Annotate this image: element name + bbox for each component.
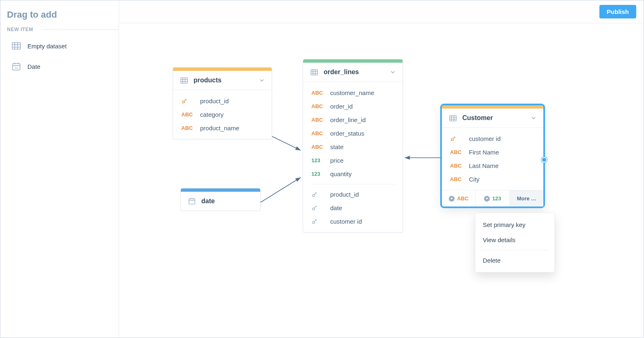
node-color-strip: [442, 105, 543, 109]
field-row[interactable]: ABCCity: [442, 172, 543, 186]
field-row[interactable]: ABC category: [173, 108, 272, 121]
table-icon: [311, 69, 318, 75]
key-icon: [311, 218, 324, 225]
key-icon: [311, 191, 324, 198]
field-row[interactable]: ABCorder_status: [303, 127, 403, 140]
field-name: Last Name: [469, 162, 499, 169]
node-title: order_lines: [324, 68, 385, 76]
svg-point-28: [313, 194, 315, 196]
field-name: product_id: [330, 191, 359, 198]
field-name: order_status: [330, 130, 364, 137]
field-name: order_line_id: [330, 116, 366, 123]
chevron-down-icon[interactable]: [390, 70, 395, 75]
add-123-button[interactable]: + 123: [476, 191, 510, 206]
svg-line-10: [271, 136, 301, 150]
field-row[interactable]: ABCLast Name: [442, 159, 543, 172]
type-123-icon: 123: [311, 157, 324, 163]
type-abc-icon: ABC: [181, 125, 194, 131]
type-abc-icon: ABC: [311, 130, 324, 136]
svg-text:31: 31: [15, 66, 18, 69]
type-abc-icon: ABC: [450, 176, 463, 182]
svg-line-11: [260, 177, 301, 203]
field-row[interactable]: ABCstate: [303, 140, 403, 154]
connection-handle[interactable]: [541, 157, 547, 163]
canvas[interactable]: products product_id ABC category: [119, 23, 644, 338]
type-abc-icon: ABC: [311, 144, 324, 150]
field-row[interactable]: 123quantity: [303, 167, 403, 181]
menu-item-set-primary-key[interactable]: Set primary key: [475, 217, 554, 232]
node-title: Customer: [462, 114, 525, 122]
sidebar: Drag to add NEW ITEM Empty dataset: [0, 0, 119, 338]
field-row[interactable]: ABC product_name: [173, 121, 272, 135]
menu-item-view-details[interactable]: View details: [475, 232, 554, 247]
node-title: products: [194, 77, 254, 84]
node-footer: + ABC + 123 More …: [442, 190, 543, 206]
field-row[interactable]: date: [303, 201, 403, 215]
field-row[interactable]: ABCFirst Name: [442, 145, 543, 159]
field-name: category: [200, 111, 224, 118]
node-customer[interactable]: Customer customer id ABCFirst Name ABCLa…: [441, 105, 544, 207]
field-row[interactable]: product_id: [303, 188, 403, 201]
node-header[interactable]: date: [181, 192, 260, 211]
calendar-icon: [188, 197, 196, 205]
plus-icon: +: [484, 196, 490, 202]
sidebar-title: Drag to add: [0, 7, 119, 23]
sidebar-item-empty-dataset[interactable]: Empty dataset: [0, 36, 119, 56]
chevron-down-icon[interactable]: [259, 78, 264, 83]
table-icon: [12, 41, 21, 50]
context-menu: Set primary key View details Delete: [475, 213, 555, 272]
chevron-down-icon[interactable]: [531, 116, 536, 120]
field-name: customer_name: [330, 89, 374, 96]
type-abc-icon: ABC: [311, 90, 324, 96]
divider: [41, 29, 119, 30]
field-row[interactable]: ABCorder_line_id: [303, 113, 403, 127]
node-header[interactable]: Customer: [442, 109, 543, 128]
svg-point-18: [182, 101, 185, 103]
field-name: City: [469, 176, 480, 183]
node-color-strip: [173, 68, 272, 71]
field-name: quantity: [330, 170, 352, 177]
key-icon: [311, 205, 324, 211]
field-row[interactable]: customer id: [442, 132, 543, 145]
key-icon: [450, 136, 463, 142]
svg-rect-23: [311, 69, 317, 75]
node-body: customer id ABCFirst Name ABCLast Name A…: [442, 128, 543, 190]
publish-button[interactable]: Publish: [599, 5, 636, 18]
field-name: state: [330, 143, 344, 150]
node-products[interactable]: products product_id ABC category: [173, 67, 272, 139]
menu-item-delete[interactable]: Delete: [475, 253, 554, 268]
svg-point-29: [313, 208, 315, 210]
field-name: price: [330, 157, 344, 164]
node-header[interactable]: products: [173, 71, 272, 90]
footer-label: ABC: [457, 195, 468, 202]
add-abc-button[interactable]: + ABC: [442, 191, 476, 206]
node-title: date: [201, 197, 253, 205]
plus-icon: +: [449, 196, 455, 202]
svg-point-36: [451, 138, 453, 141]
calendar-icon: 31: [12, 62, 21, 71]
divider: [481, 250, 549, 250]
divider: [311, 184, 395, 184]
sidebar-item-label: Date: [27, 63, 41, 70]
field-name: product_id: [200, 98, 229, 104]
field-name: customer id: [330, 218, 362, 225]
node-color-strip: [303, 59, 403, 63]
node-header[interactable]: order_lines: [303, 63, 403, 82]
main: Publish: [119, 0, 644, 338]
node-date[interactable]: date: [180, 188, 261, 211]
svg-rect-0: [12, 43, 20, 49]
field-row[interactable]: ABCorder_id: [303, 100, 403, 113]
type-abc-icon: ABC: [311, 103, 324, 109]
sidebar-item-date[interactable]: 31 Date: [0, 56, 119, 77]
field-row[interactable]: ABCcustomer_name: [303, 86, 403, 100]
more-button[interactable]: More …: [510, 191, 543, 206]
field-row[interactable]: product_id: [173, 94, 272, 108]
sidebar-section-label: NEW ITEM: [7, 27, 33, 32]
field-row[interactable]: customer id: [303, 215, 403, 228]
node-order-lines[interactable]: order_lines ABCcustomer_name ABCorder_id…: [303, 59, 403, 233]
table-icon: [449, 115, 457, 121]
sidebar-item-label: Empty dataset: [27, 43, 67, 50]
table-icon: [180, 77, 188, 84]
field-row[interactable]: 123price: [303, 154, 403, 167]
type-abc-icon: ABC: [450, 163, 463, 169]
